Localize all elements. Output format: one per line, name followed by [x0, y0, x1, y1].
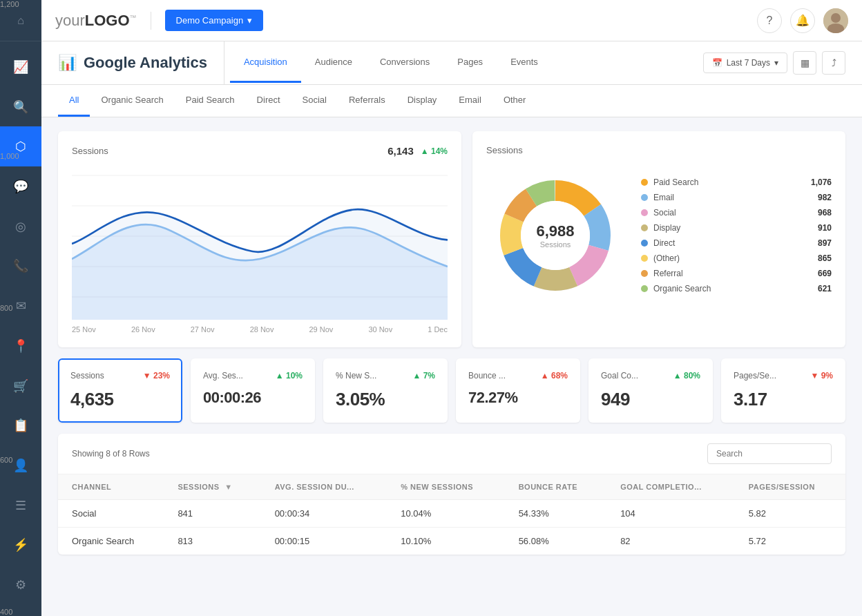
share-button[interactable]: ⤴ — [822, 51, 845, 75]
line-chart-card: Sessions 6,143 ▲ 14% 1,200 1,000 800 600 — [58, 131, 461, 347]
notification-button[interactable]: 🔔 — [790, 8, 815, 33]
legend-name-paid-search: Paid Search — [653, 177, 805, 187]
metric-card-sessions[interactable]: Sessions ▼ 23% 4,635 — [58, 358, 182, 423]
donut-chart-title: Sessions — [486, 145, 832, 155]
legend-item-referral: Referral 669 — [641, 269, 832, 278]
tab-audience[interactable]: Audience — [301, 43, 366, 83]
col-goal-completion: GOAL COMPLETIO... — [606, 474, 735, 500]
campaign-button[interactable]: Demo Campaign ▾ — [165, 10, 264, 31]
search-input[interactable] — [707, 443, 832, 464]
legend-dot-other — [641, 255, 648, 262]
cell-bounce-organic: 56.08% — [505, 528, 607, 555]
legend-dot-display — [641, 224, 648, 231]
filter-tab-social[interactable]: Social — [291, 85, 338, 117]
cell-goal-organic: 82 — [606, 528, 735, 555]
metric-header-pages: Pages/Se... ▼ 9% — [734, 371, 833, 381]
filter-tab-organic[interactable]: Organic Search — [90, 85, 174, 117]
x-label-26nov: 26 Nov — [131, 325, 155, 334]
x-axis-labels: 25 Nov 26 Nov 27 Nov 28 Nov 29 Nov 30 No… — [72, 325, 448, 334]
col-channel[interactable]: CHANNEL — [58, 474, 164, 500]
bell-icon: 🔔 — [796, 14, 810, 27]
filter-tab-paid[interactable]: Paid Search — [175, 85, 246, 117]
col-pages-session: PAGES/SESSION — [735, 474, 845, 500]
nav-tabs: Acquisition Audience Conversions Pages E… — [230, 43, 703, 83]
bar-chart-icon: ▦ — [801, 57, 810, 68]
metric-name-bounce: Bounce ... — [468, 371, 506, 381]
table-section: Showing 8 of 8 Rows CHANNEL SESSIONS ▼ A… — [58, 434, 845, 555]
cell-avg-social: 00:00:34 — [261, 500, 387, 528]
date-range-button[interactable]: 📅 Last 7 Days ▾ — [703, 52, 787, 73]
share-icon: ⤴ — [832, 57, 836, 68]
cell-new-organic: 10.10% — [387, 528, 504, 555]
avatar-image — [823, 8, 848, 33]
filter-tab-all[interactable]: All — [58, 85, 90, 117]
legend-name-email: Email — [653, 193, 812, 202]
cell-goal-social: 104 — [606, 500, 735, 528]
tab-events[interactable]: Events — [497, 43, 552, 83]
filter-tab-referrals[interactable]: Referrals — [338, 85, 396, 117]
metric-card-pages[interactable]: Pages/Se... ▼ 9% 3.17 — [721, 358, 845, 423]
col-bounce-rate: BOUNCE RATE — [505, 474, 607, 500]
metric-card-goal[interactable]: Goal Co... ▲ 80% 949 — [588, 358, 713, 423]
cell-pages-social: 5.82 — [735, 500, 845, 528]
metric-name-new-sessions: % New S... — [336, 371, 376, 381]
date-caret-icon: ▾ — [774, 58, 778, 68]
legend-value-email: 982 — [818, 193, 832, 202]
logo-tm: ™ — [130, 13, 137, 21]
tab-conversions[interactable]: Conversions — [366, 43, 443, 83]
legend-item-paid-search: Paid Search 1,076 — [641, 177, 832, 187]
cell-pages-organic: 5.72 — [735, 528, 845, 555]
filter-tab-display[interactable]: Display — [396, 85, 448, 117]
sort-icon-sessions: ▼ — [224, 483, 232, 491]
filter-tab-email[interactable]: Email — [448, 85, 492, 117]
chart-body: 1,200 1,000 800 600 400 — [72, 168, 448, 334]
filter-tab-direct[interactable]: Direct — [246, 85, 291, 117]
line-chart-svg — [72, 168, 448, 320]
x-label-27nov: 27 Nov — [191, 325, 215, 334]
cell-new-social: 10.04% — [387, 500, 504, 528]
metric-trend-goal: ▲ 80% — [673, 371, 700, 381]
analytics-title-area: 📊 Google Analytics — [58, 41, 224, 84]
x-label-30nov: 30 Nov — [368, 325, 392, 334]
table-header-row: CHANNEL SESSIONS ▼ AVG. SESSION DU... % … — [58, 474, 845, 500]
legend-item-other: (Other) 865 — [641, 253, 832, 263]
help-button[interactable]: ? — [757, 8, 782, 33]
metric-card-avg-session[interactable]: Avg. Ses... ▲ 10% 00:00:26 — [191, 358, 315, 423]
avatar[interactable] — [823, 8, 848, 33]
tab-pages[interactable]: Pages — [443, 43, 497, 83]
filter-tab-other[interactable]: Other — [492, 85, 537, 117]
legend-name-display: Display — [653, 223, 812, 233]
calendar-icon: 📅 — [712, 58, 722, 68]
help-icon: ? — [767, 15, 773, 27]
chart-header-right: 6,143 ▲ 14% — [387, 145, 448, 157]
table-body: Social 841 00:00:34 10.04% 54.33% 104 5.… — [58, 500, 845, 555]
donut-center: 6,988 Sessions — [536, 222, 574, 249]
col-new-sessions: % NEW SESSIONS — [387, 474, 504, 500]
bar-chart-button[interactable]: ▦ — [793, 51, 816, 75]
legend-item-email: Email 982 — [641, 193, 832, 202]
table-toolbar: Showing 8 of 8 Rows — [58, 434, 845, 474]
content-area: Sessions 6,143 ▲ 14% 1,200 1,000 800 600 — [41, 117, 862, 568]
metric-name-pages: Pages/Se... — [734, 371, 776, 381]
metric-card-bounce[interactable]: Bounce ... ▲ 68% 72.27% — [456, 358, 580, 423]
tab-acquisition[interactable]: Acquisition — [230, 43, 301, 83]
metric-card-new-sessions[interactable]: % New S... ▲ 7% 3.05% — [323, 358, 448, 423]
table-row: Organic Search 813 00:00:15 10.10% 56.08… — [58, 528, 845, 555]
x-label-1dec: 1 Dec — [428, 325, 448, 334]
donut-legend: Paid Search 1,076 Email 982 Social — [641, 177, 832, 293]
legend-dot-email — [641, 194, 648, 201]
col-sessions[interactable]: SESSIONS ▼ — [164, 474, 260, 500]
chart-area — [72, 168, 448, 320]
metric-header-sessions: Sessions ▼ 23% — [70, 371, 170, 381]
line-chart-trend: ▲ 14% — [421, 146, 448, 156]
metric-trend-sessions: ▼ 23% — [143, 371, 170, 381]
legend-dot-referral — [641, 270, 648, 277]
legend-value-display: 910 — [818, 223, 832, 233]
table-header: CHANNEL SESSIONS ▼ AVG. SESSION DU... % … — [58, 474, 845, 500]
x-label-25nov: 25 Nov — [72, 325, 96, 334]
legend-value-other: 865 — [818, 253, 832, 263]
metric-trend-pages: ▼ 9% — [810, 371, 833, 381]
campaign-button-label: Demo Campaign — [176, 15, 244, 26]
metric-name-avg-session: Avg. Ses... — [203, 371, 243, 381]
legend-name-other: (Other) — [653, 253, 812, 263]
